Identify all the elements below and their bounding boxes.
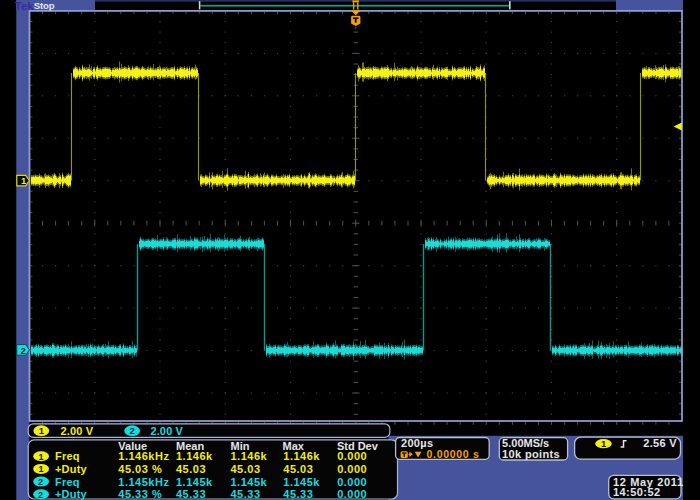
svg-text:1: 1 — [39, 425, 45, 436]
svg-text:2.00 V: 2.00 V — [150, 425, 183, 437]
svg-text:45.03: 45.03 — [231, 463, 261, 475]
svg-text:45.33: 45.33 — [176, 488, 206, 500]
svg-text:+Duty: +Duty — [55, 488, 88, 500]
svg-text:1.145k: 1.145k — [283, 476, 320, 488]
svg-text:14:50:52: 14:50:52 — [613, 486, 661, 498]
svg-text:0.000: 0.000 — [337, 488, 367, 500]
svg-text:2: 2 — [20, 345, 25, 356]
svg-text:Tek: Tek — [15, 0, 35, 12]
svg-text:1.145kHz: 1.145kHz — [118, 476, 169, 488]
svg-text:10k points: 10k points — [502, 448, 560, 460]
svg-text:45.03: 45.03 — [176, 463, 206, 475]
svg-text:1: 1 — [38, 464, 43, 474]
svg-text:1.146k: 1.146k — [231, 450, 268, 462]
svg-text:1: 1 — [601, 438, 607, 449]
svg-text:0.000: 0.000 — [337, 450, 367, 462]
svg-text:1: 1 — [38, 452, 43, 462]
svg-text:0.000: 0.000 — [337, 476, 367, 488]
svg-text:1.146kHz: 1.146kHz — [118, 450, 169, 462]
svg-text:1.145k: 1.145k — [176, 476, 213, 488]
svg-text:45.03 %: 45.03 % — [118, 463, 162, 475]
svg-text:0.00000 s: 0.00000 s — [427, 448, 480, 460]
svg-text:Freq: Freq — [55, 450, 80, 462]
svg-text:2: 2 — [38, 477, 43, 487]
svg-text:45.33: 45.33 — [283, 488, 313, 500]
svg-text:2: 2 — [130, 425, 135, 436]
svg-text:1.146k: 1.146k — [283, 450, 320, 462]
svg-text:+Duty: +Duty — [55, 463, 88, 475]
svg-text:45.33: 45.33 — [231, 488, 261, 500]
svg-text:2.00 V: 2.00 V — [61, 425, 94, 437]
svg-text:Stop: Stop — [34, 0, 55, 11]
svg-text:45.03: 45.03 — [283, 463, 313, 475]
svg-text:0.000: 0.000 — [337, 463, 367, 475]
svg-text:1.146k: 1.146k — [176, 450, 213, 462]
svg-text:1: 1 — [21, 175, 27, 186]
svg-text:Freq: Freq — [55, 476, 80, 488]
svg-text:45.33 %: 45.33 % — [118, 488, 162, 500]
svg-text:1.145k: 1.145k — [231, 476, 268, 488]
svg-text:2: 2 — [38, 490, 43, 500]
svg-text:2.56 V: 2.56 V — [643, 437, 677, 449]
